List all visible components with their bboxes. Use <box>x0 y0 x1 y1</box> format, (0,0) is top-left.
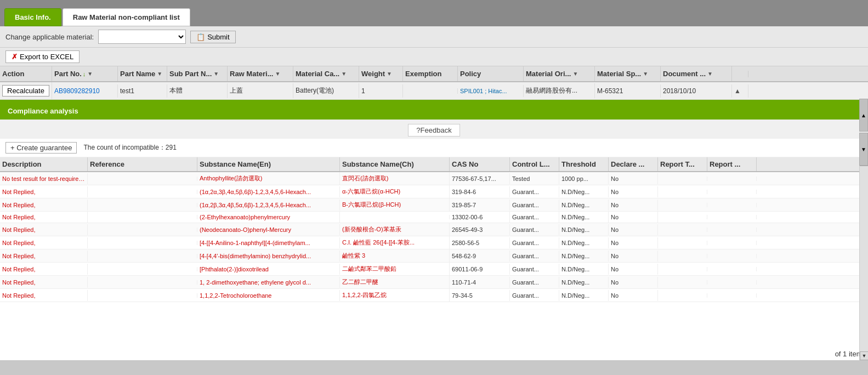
matcat-filter-icon[interactable]: ▼ <box>341 71 348 77</box>
guarantee-bar: + Create guarantee The count of incompat… <box>0 139 868 157</box>
col-header-subpart: Sub Part N... ▼ <box>167 66 228 81</box>
col-header-partno: Part No. ↓ ▼ <box>52 66 118 81</box>
sub-table-row: Not Replied,(Neodecanoato-O)phenyl-Mercu… <box>0 223 868 236</box>
submit-button[interactable]: 📋 Submit <box>190 31 235 43</box>
col-header-action: Action <box>0 66 52 81</box>
matsp-filter-icon[interactable]: ▼ <box>643 71 649 77</box>
partname-filter-icon[interactable]: ▼ <box>157 71 163 77</box>
compliance-section: Compliance analysis ?Feedback + Create g… <box>0 100 868 360</box>
partno-sort-icon[interactable]: ↓ <box>83 71 86 77</box>
export-excel-label: Export to EXCEL <box>20 53 73 61</box>
matcat-cell: Battery(電池) <box>293 83 359 98</box>
create-guarantee-button[interactable]: + Create guarantee <box>5 142 77 154</box>
subpart-filter-icon[interactable]: ▼ <box>213 71 220 77</box>
rawmat-filter-icon[interactable]: ▼ <box>275 71 281 77</box>
tabs-bar: Basic Info. Raw Material non-compliant l… <box>0 0 868 26</box>
page-scroll-down[interactable]: ▼ <box>859 133 868 166</box>
sub-col-reference: Reference <box>88 157 197 171</box>
recalculate-button[interactable]: Recalculate <box>2 85 49 96</box>
sub-col-control: Control L... <box>510 157 559 171</box>
sub-table-row: Not Replied,[Phthalato(2-)]dioxotrilead二… <box>0 263 868 276</box>
feedback-area: ?Feedback <box>0 120 868 139</box>
sub-col-subname-en: Substance Name(En) <box>197 157 340 171</box>
col-header-last <box>732 71 748 77</box>
doc-filter-icon[interactable]: ▼ <box>707 71 714 77</box>
sub-col-threshold: Threshold <box>559 157 609 171</box>
sub-col-declare: Declare ... <box>609 157 658 171</box>
sub-table-row: Not Replied,(1α,2β,3α,4β,5α,6β)-1,2,3,4,… <box>0 198 868 212</box>
col-header-matcat: Material Ca... ▼ <box>293 66 359 81</box>
main-col-header-row: Action Part No. ↓ ▼ Part Name ▼ Sub Part… <box>0 66 868 82</box>
toolbar: Change applicable material: 📋 Submit <box>0 26 868 48</box>
matsp-cell: M-65321 <box>595 84 661 98</box>
export-bar: ✗ Export to EXCEL <box>0 48 868 66</box>
compliance-header: Compliance analysis <box>0 101 868 120</box>
action-cell: Recalculate <box>0 82 52 99</box>
sub-table-row: Not Replied,(1α,2α,3β,4α,5β,6β)-1,2,3,4,… <box>0 185 868 198</box>
feedback-button[interactable]: ?Feedback <box>408 124 459 137</box>
col-header-matori: Material Ori... ▼ <box>524 66 595 81</box>
col-header-partname: Part Name ▼ <box>118 66 167 81</box>
sub-col-header-row: Description Reference Substance Name(En)… <box>0 157 868 172</box>
expand-cell[interactable]: ▲ <box>732 84 748 98</box>
col-header-policy: Policy <box>458 66 524 81</box>
main-table-wrapper: Action Part No. ↓ ▼ Part Name ▼ Sub Part… <box>0 66 868 100</box>
sub-table-row: Not Replied,1,1,2,2-Tetrocholoroethane1,… <box>0 289 868 302</box>
doc-cell: 2018/10/10 <box>661 84 732 98</box>
page-scroll-up[interactable]: ▲ <box>859 99 868 132</box>
change-material-label: Change applicable material: <box>5 33 94 41</box>
sub-table-row: Not Replied,(2-Ethylhexanoato)phenylmerc… <box>0 212 868 223</box>
sub-col-cas: CAS No <box>450 157 510 171</box>
col-header-exempt: Exemption <box>403 66 458 81</box>
subpart-cell: 本體 <box>167 83 228 98</box>
submit-icon: 📋 <box>196 33 205 41</box>
exempt-cell <box>403 88 458 94</box>
sub-col-description: Description <box>0 157 88 171</box>
compliance-body: ?Feedback + Create guarantee The count o… <box>0 120 868 360</box>
main-table-row: Recalculate AB9809282910 test1 本體 上蓋 Bat… <box>0 82 868 100</box>
rawmat-cell: 上蓋 <box>228 83 293 98</box>
partname-cell: test1 <box>118 84 167 98</box>
weight-filter-icon[interactable]: ▼ <box>387 71 393 77</box>
sub-table-row: Not Replied,[4-[[4-Anilino-1-naphthyl][4… <box>0 236 868 249</box>
submit-label: Submit <box>207 33 229 41</box>
sub-table-row: Not Replied,[4-[4,4'-bis(dimethylamino) … <box>0 249 868 263</box>
col-header-weight: Weight ▼ <box>359 66 403 81</box>
policy-cell[interactable]: SPIL001 ; Hitac... <box>458 85 524 97</box>
incompatible-count: The count of incompatible：291 <box>83 143 176 152</box>
sub-data-rows: No test result for test-required s...Ant… <box>0 172 868 348</box>
weight-cell: 1 <box>359 84 403 98</box>
partno-filter-icon[interactable]: ▼ <box>87 71 94 77</box>
sub-table-row: No test result for test-required s...Ant… <box>0 172 868 185</box>
excel-icon: ✗ <box>12 53 18 61</box>
matori-cell: 融易網路股份有... <box>524 83 595 98</box>
change-material-select[interactable] <box>98 30 186 44</box>
sub-col-report-t: Report T... <box>658 157 707 171</box>
col-header-matsp: Material Sp... ▼ <box>595 66 661 81</box>
export-excel-button[interactable]: ✗ Export to EXCEL <box>5 50 80 63</box>
sub-table-row: Not Replied,1, 2-dimethoxyethane; ethyle… <box>0 276 868 289</box>
tab-raw-material[interactable]: Raw Material non-compliant list <box>63 8 190 26</box>
sub-col-report-v: Report ... <box>707 157 757 171</box>
sub-col-subname-ch: Substance Name(Ch) <box>340 157 450 171</box>
partno-cell[interactable]: AB9809282910 <box>52 84 118 98</box>
col-header-rawmat: Raw Materi... ▼ <box>228 66 293 81</box>
matori-filter-icon[interactable]: ▼ <box>572 71 579 77</box>
of-items: of 1 items ▲ ▼ <box>0 348 868 360</box>
tab-basic-info-label: Basic Info. <box>15 13 51 21</box>
tab-raw-material-label: Raw Material non-compliant list <box>73 13 180 21</box>
col-header-doc: Document ... ▼ <box>661 66 732 81</box>
scroll-down-btn[interactable]: ▼ <box>860 351 868 360</box>
tab-basic-info[interactable]: Basic Info. <box>4 8 61 26</box>
sub-table-wrapper: Description Reference Substance Name(En)… <box>0 157 868 360</box>
